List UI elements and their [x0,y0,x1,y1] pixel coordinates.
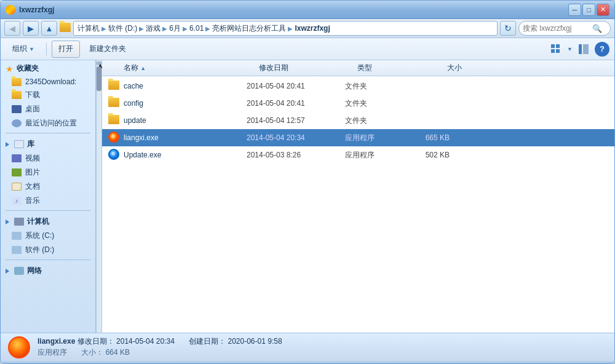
network-header[interactable]: 网络 [1,263,95,278]
new-folder-button[interactable]: 新建文件夹 [82,41,133,58]
refresh-button[interactable]: ↻ [500,21,516,36]
organize-label: 组织 [12,44,27,54]
sidebar-divider-3 [6,259,90,260]
file-row-liangxi[interactable]: liangxi.exe 2014-05-04 20:34 应用程序 665 KB [102,129,614,146]
sidebar-divider-1 [6,133,90,133]
main-area: ★ 收藏夹 2345Download: 下载 桌面 [1,60,614,333]
col-header-type[interactable]: 类型 [354,63,416,73]
sidebar-item-desktop[interactable]: 桌面 [1,102,95,116]
file-name-updateexe: Update.exe [121,151,244,159]
sidebar-item-recent[interactable]: 最近访问的位置 [1,116,95,130]
recent-icon [12,119,22,127]
status-sub-line: 应用程序 大小： 664 KB [38,347,282,358]
sidebar-item-downloads[interactable]: 下载 [1,88,95,102]
organize-dropdown-arrow: ▼ [29,46,34,52]
scrollbar-thumb[interactable] [97,66,101,91]
view-toggle-button[interactable] [547,41,565,58]
file-row-config[interactable]: config 2014-05-04 20:41 文件夹 [102,95,614,112]
sidebar-item-drive-c[interactable]: 系统 (C:) [1,229,95,243]
sidebar-label-downloads: 下载 [25,90,40,100]
file-row-cache[interactable]: cache 2014-05-04 20:41 文件夹 [102,77,614,95]
file-row-update-exe[interactable]: Update.exe 2014-05-03 8:26 应用程序 502 KB [102,146,614,164]
title-bar-controls: ─ □ ✕ [568,4,609,16]
title-bar-left: lxwzrzfxgj [6,5,54,15]
col-header-date[interactable]: 修改日期 [256,63,354,73]
sidebar-section-favorites: ★ 收藏夹 2345Download: 下载 桌面 [1,60,95,130]
computer-header[interactable]: 计算机 [1,213,95,229]
sidebar-section-computer: 计算机 系统 (C:) 软件 (D:) [1,213,95,257]
address-bar: ◀ ▶ ▲ 计算机 ▶ 软件 (D:) ▶ 游戏 ▶ 6月 ▶ 6.01 ▶ 亮… [1,19,614,38]
breadcrumb[interactable]: 计算机 ▶ 软件 (D:) ▶ 游戏 ▶ 6月 ▶ 6.01 ▶ 亮析网站日志分… [73,21,498,36]
drive-d-icon [12,246,22,254]
sidebar-label-drive-d: 软件 (D:) [25,245,54,255]
organize-button[interactable]: 组织 ▼ [6,41,41,58]
window-icon [6,5,15,15]
sidebar-item-images[interactable]: 图片 [1,165,95,180]
file-type-cache: 文件夹 [342,81,403,92]
up-button[interactable]: ▲ [41,21,57,36]
library-header[interactable]: 库 [1,136,95,151]
sidebar-label-recent: 最近访问的位置 [25,118,77,129]
sort-arrow: ▲ [140,65,146,71]
breadcrumb-sep-6: ▶ [288,25,293,32]
title-bar: lxwzrzfxgj ─ □ ✕ [1,1,614,19]
back-button[interactable]: ◀ [4,21,20,36]
file-icon-col-updateexe [108,149,121,162]
sidebar-item-2345downloads[interactable]: 2345Download: [1,76,95,88]
folder-icon-2345 [12,78,22,86]
favorites-title: 收藏夹 [17,63,39,74]
status-created-label: 创建日期： [189,337,226,346]
file-row-update-folder[interactable]: update 2014-05-04 12:57 文件夹 [102,112,614,129]
open-label: 打开 [58,44,73,54]
image-icon [12,168,22,176]
sidebar-item-music[interactable]: ♪ 音乐 [1,194,95,208]
breadcrumb-current[interactable]: lxwzrzfxgj [295,24,330,33]
breadcrumb-month[interactable]: 6月 [169,23,181,34]
help-button[interactable]: ? [595,42,609,57]
folder-icon-cache [108,81,119,90]
sidebar-scrollbar[interactable]: ▲ [96,60,102,333]
scrollbar-up-arrow[interactable]: ▲ [97,61,101,65]
favorites-header[interactable]: ★ 收藏夹 [1,60,95,76]
status-size-label: 大小： [81,348,103,357]
status-file-icon [8,336,30,358]
breadcrumb-601[interactable]: 6.01 [189,24,204,33]
breadcrumb-computer[interactable]: 计算机 [77,23,100,34]
search-input[interactable] [523,24,590,33]
search-icon[interactable]: 🔍 [592,24,602,33]
breadcrumb-games[interactable]: 游戏 [146,23,161,34]
sidebar: ★ 收藏夹 2345Download: 下载 桌面 [1,60,96,333]
file-type-liangxi: 应用程序 [342,133,403,143]
breadcrumb-drive[interactable]: 软件 (D:) [108,23,137,34]
view-dropdown-arrow[interactable]: ▼ [567,46,573,52]
sidebar-item-drive-d[interactable]: 软件 (D:) [1,243,95,257]
status-filename: liangxi.exe [38,337,75,346]
open-button[interactable]: 打开 [52,41,80,58]
sidebar-divider-2 [6,210,90,211]
svg-rect-5 [583,44,589,54]
col-header-name[interactable]: 名称 ▲ [121,63,256,73]
file-date-config: 2014-05-04 20:41 [244,99,342,108]
address-folder-icon [60,23,71,34]
search-box: 🔍 [518,21,611,36]
breadcrumb-tool[interactable]: 亮析网站日志分析工具 [212,23,286,34]
window-title: lxwzrzfxgj [19,6,54,14]
sidebar-item-video[interactable]: 视频 [1,151,95,165]
pane-toggle-button[interactable] [575,41,592,58]
maximize-button[interactable]: □ [582,4,595,16]
col-header-size[interactable]: 大小 [416,63,465,73]
forward-button[interactable]: ▶ [23,21,39,36]
update-exe-icon [108,149,119,160]
minimize-button[interactable]: ─ [568,4,581,16]
close-button[interactable]: ✕ [597,4,609,16]
file-name-cache: cache [121,82,244,90]
library-expand-icon [6,142,9,147]
svg-rect-3 [556,49,560,53]
toolbar-separator [46,43,47,55]
status-main-line: liangxi.exe 修改日期： 2014-05-04 20:34 创建日期：… [38,336,282,347]
file-icon-col-config [108,98,121,109]
svg-rect-1 [556,44,560,48]
view-icon [551,44,561,54]
sidebar-label-documents: 文档 [25,181,40,192]
sidebar-item-documents[interactable]: 文档 [1,180,95,194]
